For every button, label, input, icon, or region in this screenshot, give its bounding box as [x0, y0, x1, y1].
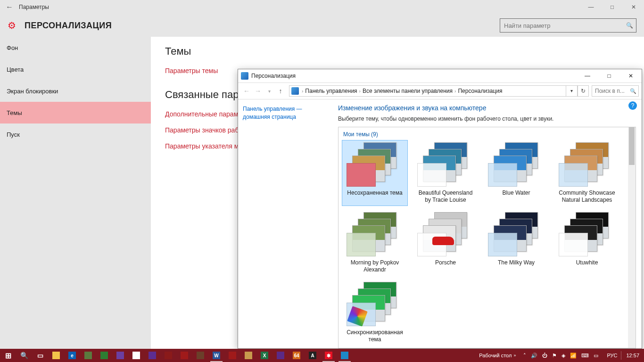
cp-close-button[interactable]: ✕ — [620, 69, 642, 82]
theme-tile[interactable]: Синхронизированная тема — [342, 280, 407, 345]
theme-tile[interactable]: Blue Water — [484, 140, 549, 206]
theme-tile[interactable]: Porsche — [413, 210, 478, 275]
taskbar-item-start[interactable]: ⊞ — [0, 349, 16, 362]
taskbar-item-appA[interactable]: A — [305, 349, 321, 362]
theme-label: Porsche — [435, 259, 456, 266]
theme-tile[interactable]: Morning by Popkov Alexandr — [342, 210, 407, 275]
search-icon: 🔍 — [630, 88, 636, 94]
taskbar-item-app7[interactable] — [272, 349, 289, 362]
theme-thumbnail — [488, 212, 545, 257]
breadcrumb[interactable]: Все элементы панели управления — [363, 88, 453, 94]
taskbar-item-app3[interactable] — [160, 349, 176, 362]
volume-icon[interactable]: 🔊 — [531, 353, 537, 359]
breadcrumb[interactable]: Персонализация — [458, 88, 502, 94]
taskbar-item-x64[interactable]: 64 — [289, 349, 305, 362]
cp-titlebar[interactable]: Персонализация — □ ✕ — [238, 69, 642, 82]
search-box[interactable]: 🔍 — [500, 18, 636, 33]
taskbar-item-explorer[interactable] — [48, 349, 64, 362]
sidebar-item[interactable]: Фон — [0, 37, 151, 58]
theme-thumbnail — [417, 142, 474, 188]
sidebar-item[interactable]: Темы — [0, 102, 151, 123]
theme-thumbnail — [347, 282, 403, 327]
taskbar-item-app5[interactable] — [224, 349, 240, 362]
theme-tile[interactable]: Utuwhite — [554, 210, 619, 275]
minimize-button[interactable]: — — [580, 0, 602, 14]
keyboard-icon[interactable]: ⌨ — [581, 353, 589, 359]
theme-label: The Milky Way — [498, 259, 535, 266]
taskbar-item-search[interactable]: 🔍 — [16, 349, 32, 362]
tray-icon[interactable]: ⚑ — [552, 353, 557, 359]
help-icon[interactable]: ? — [628, 101, 637, 110]
taskbar-item-store[interactable] — [80, 349, 96, 362]
wifi-icon[interactable]: 📶 — [570, 353, 577, 359]
maximize-button[interactable]: □ — [602, 0, 623, 14]
taskbar-item-app2[interactable] — [112, 349, 128, 362]
nav-forward-icon[interactable]: → — [252, 87, 264, 95]
show-desktop-text[interactable]: Рабочий стол » — [476, 349, 519, 362]
gear-icon: ⚙ — [8, 20, 16, 31]
theme-label: Beautiful Queensland by Tracie Louise — [415, 189, 476, 204]
taskbar-item-excel[interactable]: X — [256, 349, 272, 362]
link-cp-home[interactable]: Панель управления — домашняя страница — [243, 105, 328, 121]
tray-up-icon[interactable]: ˄ — [523, 353, 526, 359]
input-lang[interactable]: РУС — [603, 353, 621, 358]
theme-tile[interactable]: The Milky Way — [484, 210, 549, 275]
cp-main-pane: ? Изменение изображения и звука на компь… — [332, 99, 642, 348]
refresh-icon[interactable]: ↻ — [578, 85, 589, 97]
control-panel-window[interactable]: Персонализация — □ ✕ ← → ▾ ↑ › Панель уп… — [238, 69, 642, 349]
settings-titlebar: ← Параметры — □ ✕ — [0, 0, 644, 14]
breadcrumb[interactable]: Панель управления — [305, 88, 357, 94]
taskbar-item-app1[interactable] — [96, 349, 112, 362]
nav-recent-icon[interactable]: ▾ — [264, 89, 275, 94]
theme-tile[interactable]: Beautiful Queensland by Tracie Louise — [413, 140, 478, 206]
taskbar-item-calc[interactable] — [176, 349, 192, 362]
scrollbar-thumb[interactable] — [629, 127, 635, 165]
back-button[interactable]: ← — [0, 3, 19, 11]
theme-label: Blue Water — [503, 189, 530, 197]
theme-thumbnail — [417, 212, 474, 257]
cp-navbar: ← → ▾ ↑ › Панель управления › Все элемен… — [238, 82, 642, 99]
taskbar-item-settings[interactable]: ✱ — [321, 349, 337, 362]
taskbar-item-app4[interactable] — [192, 349, 208, 362]
taskbar-item-vs[interactable] — [144, 349, 160, 362]
theme-thumbnail — [347, 212, 403, 257]
sidebar-item[interactable]: Пуск — [0, 123, 151, 145]
cp-maximize-button[interactable]: □ — [598, 69, 620, 82]
sidebar-item[interactable]: Цвета — [0, 58, 151, 80]
taskbar-item-word[interactable]: W — [208, 349, 224, 362]
taskbar-item-taskview[interactable]: ▭ — [32, 349, 48, 362]
cp-app-icon — [241, 72, 248, 80]
taskbar-item-cpanel[interactable] — [337, 349, 353, 362]
network-icon[interactable]: ◈ — [561, 353, 565, 359]
address-dropdown-icon[interactable]: ▾ — [566, 85, 578, 97]
address-bar[interactable]: › Панель управления › Все элементы панел… — [289, 85, 566, 97]
taskbar-item-app6[interactable] — [240, 349, 256, 362]
tray-icon[interactable]: ⏻ — [542, 353, 547, 358]
themes-group-label: Мои темы (9) — [343, 131, 627, 138]
theme-thumbnail — [347, 142, 403, 188]
close-button[interactable]: ✕ — [623, 0, 644, 14]
nav-back-icon[interactable]: ← — [241, 87, 252, 95]
scrollbar[interactable] — [628, 127, 636, 348]
theme-label: Несохраненная тема — [347, 189, 402, 197]
clock[interactable]: 12:57 — [621, 353, 644, 358]
cp-title: Персонализация — [251, 73, 296, 79]
theme-tile[interactable]: Несохраненная тема — [342, 140, 407, 206]
taskbar-item-chrome[interactable] — [128, 349, 144, 362]
sidebar-item[interactable]: Экран блокировки — [0, 80, 151, 102]
cp-minimize-button[interactable]: — — [577, 69, 598, 82]
app-title: Параметры — [19, 4, 49, 10]
cp-search-box[interactable]: 🔍 — [592, 85, 639, 97]
theme-label: Morning by Popkov Alexandr — [344, 259, 405, 273]
theme-label: Utuwhite — [576, 259, 598, 266]
nav-up-icon[interactable]: ↑ — [275, 87, 286, 95]
theme-label: Синхронизированная тема — [344, 329, 405, 343]
page-title: ПЕРСОНАЛИЗАЦИЯ — [25, 21, 112, 31]
address-icon — [291, 87, 299, 95]
taskbar-item-edge[interactable]: e — [64, 349, 80, 362]
action-center-icon[interactable]: ▭ — [594, 353, 598, 359]
search-input[interactable] — [500, 19, 636, 32]
content-heading-themes: Темы — [165, 45, 630, 58]
settings-header: ⚙ ПЕРСОНАЛИЗАЦИЯ 🔍 — [0, 14, 644, 37]
theme-tile[interactable]: Community Showcase Natural Landscapes — [554, 140, 619, 206]
